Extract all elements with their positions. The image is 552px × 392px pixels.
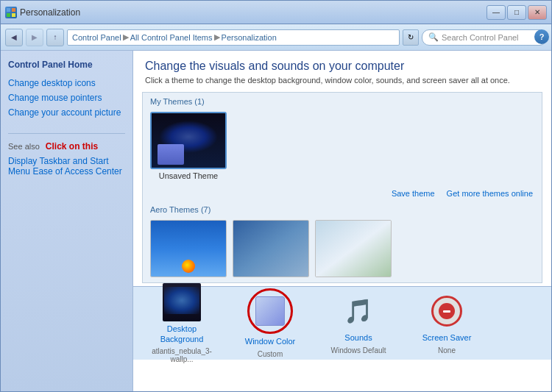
sidebar: Control Panel Home Change desktop icons … bbox=[1, 51, 133, 391]
search-placeholder: Search Control Panel bbox=[442, 33, 519, 42]
search-box[interactable]: 🔍 Search Control Panel bbox=[422, 29, 547, 46]
window-color-ring bbox=[247, 288, 293, 334]
aero-theme-1[interactable] bbox=[150, 220, 227, 277]
save-theme-link[interactable]: Save theme bbox=[392, 189, 435, 198]
sidebar-link-ease-of-access[interactable]: Ease of Access Center bbox=[32, 165, 121, 177]
breadcrumb: Control Panel ▶ All Control Panel Items … bbox=[67, 29, 400, 46]
desktop-background-item[interactable]: Desktop Background atlantis_nebula_3-wal… bbox=[145, 283, 219, 363]
svg-rect-1 bbox=[12, 8, 15, 12]
sidebar-link-mouse-pointers[interactable]: Change mouse pointers bbox=[8, 92, 125, 104]
title-bar: Personalization — □ ✕ bbox=[1, 1, 551, 24]
window: Personalization — □ ✕ ◀ ▶ ↑ Control Pane… bbox=[0, 0, 552, 392]
bottom-toolbar: Desktop Background atlantis_nebula_3-wal… bbox=[133, 286, 551, 360]
screen-saver-item[interactable]: Screen Saver None bbox=[410, 292, 484, 354]
unsaved-folder-icon bbox=[158, 144, 184, 165]
svg-rect-2 bbox=[7, 13, 10, 17]
get-more-themes-link[interactable]: Get more themes online bbox=[447, 189, 533, 198]
svg-rect-3 bbox=[12, 13, 15, 17]
window-color-icon bbox=[255, 296, 285, 326]
maximize-button[interactable]: □ bbox=[507, 5, 526, 20]
title-bar-buttons: — □ ✕ bbox=[486, 5, 547, 20]
sidebar-link-desktop-icons[interactable]: Change desktop icons bbox=[8, 77, 125, 89]
back-button[interactable]: ◀ bbox=[5, 29, 23, 46]
unsaved-thumb-bg bbox=[152, 113, 225, 168]
breadcrumb-personalization[interactable]: Personalization bbox=[222, 33, 277, 42]
sounds-label: Sounds bbox=[344, 333, 372, 343]
themes-scroll-area[interactable]: My Themes (1) Unsaved Theme Save theme G… bbox=[142, 92, 542, 283]
desktop-background-sublabel: atlantis_nebula_3-wallp... bbox=[145, 347, 219, 363]
window-color-label: Window Color bbox=[245, 337, 295, 346]
sidebar-title[interactable]: Control Panel Home bbox=[8, 60, 125, 70]
main-area: Control Panel Home Change desktop icons … bbox=[1, 51, 551, 391]
aero-theme-3[interactable] bbox=[315, 220, 392, 277]
title-bar-left: Personalization bbox=[5, 7, 80, 18]
content-subtitle: Click a theme to change the desktop back… bbox=[145, 76, 539, 85]
refresh-button[interactable]: ↻ bbox=[403, 29, 419, 46]
forward-button[interactable]: ▶ bbox=[26, 29, 43, 46]
screen-saver-sublabel: None bbox=[438, 346, 456, 354]
window-title: Personalization bbox=[20, 7, 80, 18]
desktop-background-icon bbox=[163, 283, 201, 321]
see-also-label: See also bbox=[8, 142, 40, 151]
sounds-item[interactable]: 🎵 Sounds Windows Default bbox=[322, 292, 395, 354]
content-panel: Change the visuals and sounds on your co… bbox=[133, 51, 551, 391]
close-button[interactable]: ✕ bbox=[528, 5, 547, 20]
my-themes-grid: Unsaved Theme bbox=[143, 109, 542, 186]
aero-themes-header: Aero Themes (7) bbox=[143, 201, 542, 217]
sounds-sublabel: Windows Default bbox=[330, 346, 386, 354]
my-themes-header: My Themes (1) bbox=[143, 93, 542, 109]
desktop-background-label: Desktop Background bbox=[145, 324, 219, 343]
unsaved-theme-thumb bbox=[150, 112, 227, 169]
aero-thumb-1 bbox=[150, 220, 227, 277]
content-header: Change the visuals and sounds on your co… bbox=[133, 51, 551, 89]
address-bar: ◀ ▶ ↑ Control Panel ▶ All Control Panel … bbox=[1, 24, 551, 51]
breadcrumb-control-panel[interactable]: Control Panel bbox=[72, 33, 121, 42]
sounds-icon: 🎵 bbox=[339, 292, 378, 330]
windows-orb-icon bbox=[182, 260, 195, 273]
up-button[interactable]: ↑ bbox=[46, 29, 64, 46]
unsaved-theme-item[interactable]: Unsaved Theme bbox=[150, 112, 227, 180]
sidebar-link-account-picture[interactable]: Change your account picture bbox=[8, 107, 125, 118]
search-icon: 🔍 bbox=[428, 32, 439, 42]
window-icon bbox=[5, 7, 17, 18]
theme-actions: Save theme Get more themes online bbox=[143, 186, 542, 201]
minimize-button[interactable]: — bbox=[486, 5, 506, 20]
svg-rect-0 bbox=[7, 8, 10, 12]
aero-thumb-3 bbox=[315, 220, 392, 277]
aero-theme-2[interactable] bbox=[233, 220, 309, 277]
screen-saver-icon bbox=[428, 292, 466, 330]
aero-themes-grid bbox=[143, 217, 542, 283]
breadcrumb-all-items[interactable]: All Control Panel Items bbox=[130, 33, 213, 42]
screen-saver-label: Screen Saver bbox=[422, 333, 472, 343]
aero-thumb-2 bbox=[233, 220, 309, 277]
click-on-this-label: Click on this bbox=[46, 141, 98, 152]
unsaved-theme-label: Unsaved Theme bbox=[159, 171, 219, 180]
see-also-header: See also Click on this bbox=[8, 141, 125, 152]
window-color-item[interactable]: Window Color Custom bbox=[233, 288, 307, 357]
window-color-sublabel: Custom bbox=[258, 350, 283, 358]
content-title: Change the visuals and sounds on your co… bbox=[145, 60, 539, 73]
see-also: See also Click on this Display Taskbar a… bbox=[8, 133, 125, 177]
